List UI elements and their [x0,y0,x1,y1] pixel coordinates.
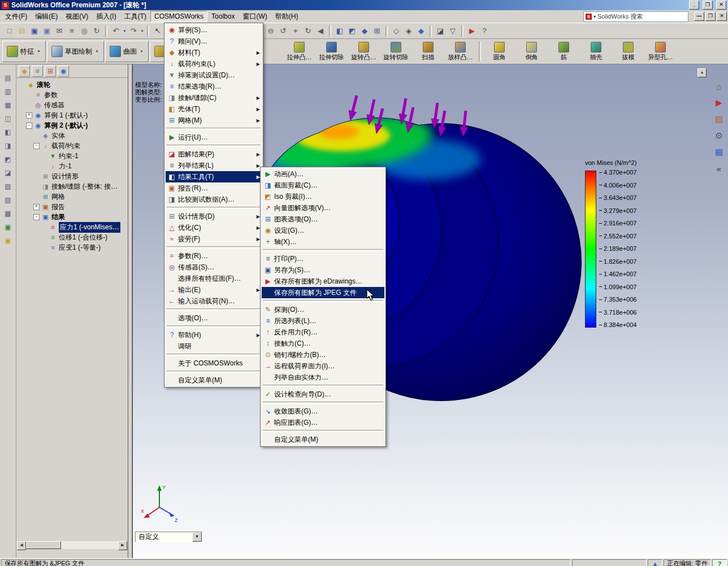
edrawings-publish-icon[interactable]: ▶ [466,25,478,37]
open-icon[interactable]: ⊟ [16,25,28,37]
rib-button[interactable]: 筋 [548,40,580,63]
perspective-icon[interactable]: ▽ [447,25,459,37]
menu-item[interactable]: ◎传感器(S)… [166,262,262,273]
menu-item[interactable]: ←输入运动载荷(N)… [166,295,262,307]
menu-item[interactable]: ◩Iso 剪裁(I)… [262,191,384,202]
print-icon[interactable]: ≡ [66,25,78,37]
home-icon[interactable]: ⌂ [713,80,725,93]
menubar-item-Toolbox[interactable]: Toolbox [207,11,239,22]
menu-item[interactable]: ≡所选列表(L)… [262,315,384,326]
undo-icon[interactable]: ↶ [110,25,122,37]
menu-item[interactable]: ↕接触力(C)… [262,338,384,349]
menu-item[interactable]: ◉算例(S)… [166,24,262,36]
scroll-right-icon[interactable]: ▶ [118,541,127,550]
shell-button[interactable]: 抽壳 [580,40,612,63]
scene-icon[interactable]: ◩ [2,154,14,165]
menu-item[interactable]: ≈疲劳(F)▶ [166,233,262,245]
menu-item[interactable]: ⊙销钉/螺栓力(B)… [262,349,384,360]
report-view-icon[interactable]: ▤ [713,113,725,125]
menu-item[interactable]: ▣另存为(S)… [262,264,384,276]
menubar-item-文件(F)[interactable]: 文件(F) [1,10,31,23]
menu-item[interactable]: ⊞图表选项(O)… [262,214,384,225]
properties-icon[interactable]: ▦ [713,146,725,158]
menu-item[interactable]: 调研 [166,341,262,352]
search-input[interactable]: SolidWorks 搜索 [597,12,643,21]
measure-icon[interactable]: ▣ [2,221,14,233]
expand-icon[interactable]: + [33,204,40,210]
close-button[interactable]: ✕ [716,1,726,10]
section-display-icon[interactable]: ▨ [2,194,14,206]
previous-view-icon[interactable]: ◀ [314,25,327,37]
redo-icon[interactable]: ↷ [127,25,140,37]
draft-button[interactable]: 拔模 [612,40,644,63]
scrollbar-thumb[interactable] [26,541,61,549]
collapse-panel-icon[interactable]: « [713,162,725,175]
cosmosworks-tab-icon[interactable]: ◉ [58,66,69,77]
view-iso-icon[interactable]: ◆ [358,25,371,37]
menu-item[interactable]: ↑反作用力(R)… [262,326,384,338]
drawing-icon[interactable]: ▦ [2,99,14,111]
custom-toolbar-combo[interactable]: 自定义 ▼ [135,532,202,542]
menu-item[interactable]: ◆材料(T)▶ [166,47,262,58]
tree-item[interactable]: -↓载荷/约束 [16,141,128,151]
menu-item[interactable]: ◉设定(G)… [262,225,384,236]
select-icon[interactable]: ↖ [151,25,164,37]
collapse-icon[interactable]: - [33,143,40,149]
menu-item[interactable]: ◨截面剪裁(C)… [262,180,384,191]
camera-icon[interactable]: ◪ [2,167,14,178]
tab-草图绘制[interactable]: 草图绘制▾ [47,41,104,62]
menu-item[interactable]: =参数(R)… [166,250,262,262]
menubar-item-窗口(W)[interactable]: 窗口(W) [239,10,271,23]
menu-item[interactable]: ◪图解结果(P)▶ [166,149,262,160]
menu-item[interactable]: ◧结果工具(T)▶ [166,171,262,182]
search-box[interactable]: S ▾ SolidWorks 搜索 [583,11,688,22]
revolved-cut-button[interactable]: 旋转切除 [380,40,412,63]
menu-item[interactable]: ✓设计检查向导(D)… [262,389,384,400]
save-icon[interactable]: ▣ [28,25,41,37]
tree-item[interactable]: ◆实体 [16,130,128,141]
menu-item[interactable]: ◧壳体(T)▶ [166,103,262,115]
panel-splitter[interactable] [128,64,132,558]
menu-item[interactable]: →远程载荷界面力(I)… [262,360,384,372]
fillet-button[interactable]: 圆角 [483,40,515,63]
menu-item[interactable]: ▣报告(R)… [166,182,262,194]
doc-restore-button[interactable]: ❐ [705,12,716,21]
tab-特征[interactable]: 特征▾ [2,41,46,62]
section-view-icon[interactable]: ◪ [434,25,447,37]
menu-item[interactable]: 列举自由实体力… [262,372,384,383]
sweep-button[interactable]: 扫描 [412,40,444,63]
menu-item[interactable]: ↗响应图表(G)… [262,417,384,428]
tab-曲面[interactable]: 曲面▾ [105,41,149,62]
zoom-out-icon[interactable]: ⊖ [265,25,277,37]
scroll-up-icon[interactable]: ▲ [697,68,707,77]
menu-item[interactable]: ▶保存所有图解为 eDrawings… [262,276,384,287]
mail-icon[interactable]: ✉ [53,25,66,37]
tree-item[interactable]: ≡应力1 (-vonMises… [16,222,128,232]
menubar-item-编辑(E)[interactable]: 编辑(E) [31,10,62,23]
menu-item[interactable]: ?顾问(V)… [166,36,262,47]
tree-item[interactable]: -◉算例 2 (-默认-) [16,120,128,130]
reload-icon[interactable]: ↻ [90,25,103,37]
tree-item[interactable]: ≡位移1 (-合位移-) [16,232,128,242]
menu-item[interactable]: ▼掉落测试设置(D)… [166,69,262,81]
menu-item[interactable]: △优化(C)▶ [166,222,262,233]
dropdown-arrow-icon[interactable]: ▾ [36,49,41,54]
mass-properties-icon[interactable]: ▣ [2,235,14,246]
menu-item[interactable]: +轴(X)… [262,236,384,247]
shaded-icon[interactable]: ◆ [415,25,427,37]
hide-show-icon[interactable]: ◧ [2,127,14,138]
tree-item[interactable]: ⊞网格 [16,191,128,202]
display-pane-icon[interactable]: ◫ [2,113,14,124]
menu-item[interactable]: ◨接触/缝隙(C)▶ [166,92,262,103]
restore-button[interactable]: ❐ [703,1,713,10]
tree-item[interactable]: =参数 [16,90,128,100]
pan-icon[interactable]: ⌖ [289,25,302,37]
collapse-icon[interactable]: - [33,214,40,220]
menu-item[interactable]: ✎探测(O)… [262,304,384,315]
chamfer-button[interactable]: 倒角 [515,40,548,63]
tree-item[interactable]: ◎传感器 [16,100,128,110]
configurationmanager-tab-icon[interactable]: ⊞ [45,66,56,77]
menu-item[interactable]: ↗向量图解选项(V)… [262,202,384,214]
view-top-icon[interactable]: ◩ [346,25,358,37]
tree-item[interactable]: ▼约束-1 [16,151,128,161]
